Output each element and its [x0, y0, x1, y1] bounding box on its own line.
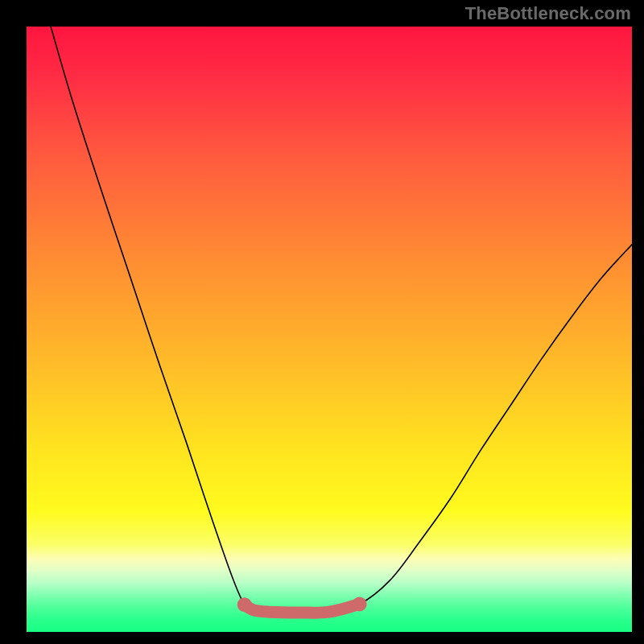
bottleneck-curve-line — [51, 27, 632, 613]
chart-container: TheBottleneck.com — [0, 0, 644, 644]
plot-area — [27, 27, 632, 632]
curve-svg — [27, 27, 632, 632]
trough-endpoint-left — [237, 597, 252, 612]
trough-endpoint-right — [353, 597, 367, 611]
trough-highlight — [245, 604, 360, 613]
watermark-text: TheBottleneck.com — [465, 3, 631, 24]
